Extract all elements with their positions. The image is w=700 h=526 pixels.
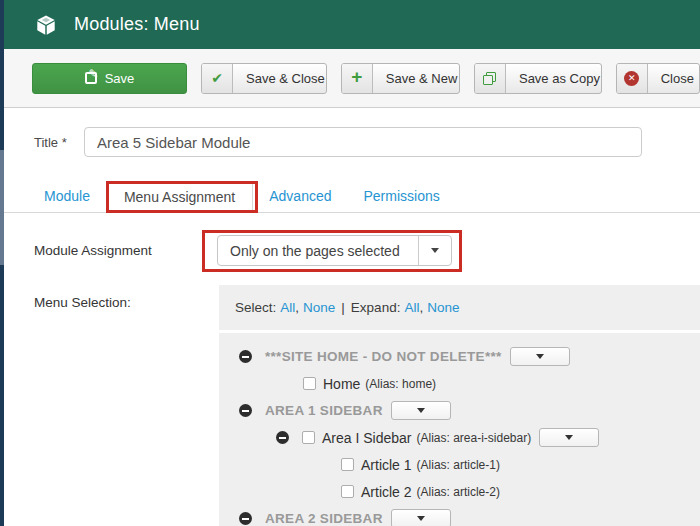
collapse-minus-icon[interactable] [239,404,252,417]
title-label: Title * [34,135,84,150]
caret-down-icon [565,435,573,440]
tree-row: AREA 1 SIDEBAR [219,397,700,424]
expand-none-link[interactable]: None [427,300,459,315]
window-edge-strip [0,0,4,526]
tree-label: Article 1 [361,457,412,473]
modules-cube-icon [35,14,57,36]
collapse-minus-icon[interactable] [239,512,252,525]
modules-edit-screen: Modules: Menu Save Save & Close Save & N… [0,0,700,526]
tree-alias: (Alias: article-1) [417,458,500,472]
toolbar-button-label: Save as Copy [506,64,602,93]
menu-selection-row: Menu Selection: Select: All, None | Expa… [4,285,700,526]
save-copy-button[interactable]: Save as Copy [474,63,602,94]
module-assignment-row: Module Assignment Only on the pages sele… [4,235,700,266]
save-button[interactable]: Save [32,63,187,94]
save-new-button[interactable]: Save & New [341,63,460,94]
module-assignment-select[interactable]: Only on the pages selected [217,235,452,266]
tree-row: Article 2 (Alias: article-2) [219,478,700,505]
tab-permissions[interactable]: Permissions [348,181,456,212]
tree-row: Article 1 (Alias: article-1) [219,451,700,478]
annotation-box-dropdown: Only on the pages selected [217,235,452,266]
caret-down-icon [536,354,544,359]
tree-dropdown-button[interactable] [391,401,451,420]
tree-label: Area I Sidebar [322,430,412,446]
select-all-link[interactable]: All [280,300,295,315]
expand-all-link[interactable]: All [404,300,419,315]
save-icon [85,72,97,84]
form-content: Title * Module Menu Assignment Advanced … [4,108,700,526]
toolbar-button-label: Save & Close [233,64,327,93]
menu-tree: ***SITE HOME - DO NOT DELETE*** Home (Al… [219,333,700,526]
tree-label: AREA 2 SIDEBAR [265,511,383,526]
tree-dropdown-button[interactable] [391,509,451,526]
tree-dropdown-button[interactable] [510,347,570,366]
tab-menu-assignment[interactable]: Menu Assignment [106,181,253,213]
select-label: Select: [235,300,276,315]
tab-module[interactable]: Module [28,181,106,212]
toolbar: Save Save & Close Save & New Save as Cop… [4,49,700,108]
tree-label: Home [323,376,360,392]
tree-label: AREA 1 SIDEBAR [265,403,383,418]
expand-label: Expand: [351,300,401,315]
module-assignment-label: Module Assignment [34,243,217,258]
menu-item-checkbox[interactable] [302,431,315,444]
tree-row: Area I Sidebar (Alias: area-i-sidebar) [219,424,700,451]
tab-advanced[interactable]: Advanced [253,181,347,212]
select-expand-bar: Select: All, None | Expand: All, None [219,285,700,330]
caret-down-icon [417,516,425,521]
title-row: Title * [34,127,700,157]
collapse-minus-icon[interactable] [239,350,252,363]
menu-item-checkbox[interactable] [303,377,316,390]
copy-icon [483,72,496,85]
menu-item-checkbox[interactable] [341,485,354,498]
page-title: Modules: Menu [74,14,200,35]
close-icon [624,71,639,86]
close-button[interactable]: Close [616,63,700,94]
plus-icon [351,73,362,84]
scrollbar-thumb[interactable] [0,150,4,265]
save-close-button[interactable]: Save & Close [201,63,327,94]
tree-label: Article 2 [361,484,412,500]
select-none-link[interactable]: None [303,300,335,315]
tree-row: Home (Alias: home) [219,370,700,397]
check-icon [211,70,223,86]
title-input[interactable] [84,127,642,157]
tree-alias: (Alias: article-2) [417,485,500,499]
caret-down-icon[interactable] [418,236,451,265]
toolbar-button-label: Save [99,64,149,93]
menu-selection-label: Menu Selection: [4,285,219,310]
tree-row: AREA 2 SIDEBAR [219,505,700,526]
tree-dropdown-button[interactable] [539,428,599,447]
tab-bar: Module Menu Assignment Advanced Permissi… [4,181,700,213]
menu-item-checkbox[interactable] [341,458,354,471]
caret-down-icon [417,408,425,413]
pipe-separator: | [341,300,345,315]
page-header: Modules: Menu [4,0,700,49]
tree-alias: (Alias: home) [365,377,436,391]
toolbar-button-label: Save & New [373,64,460,93]
collapse-minus-icon[interactable] [276,431,289,444]
toolbar-button-label: Close [648,64,700,93]
tree-label: ***SITE HOME - DO NOT DELETE*** [265,349,502,364]
module-assignment-value: Only on the pages selected [218,243,418,259]
tree-row: ***SITE HOME - DO NOT DELETE*** [219,343,700,370]
tree-alias: (Alias: area-i-sidebar) [417,431,532,445]
